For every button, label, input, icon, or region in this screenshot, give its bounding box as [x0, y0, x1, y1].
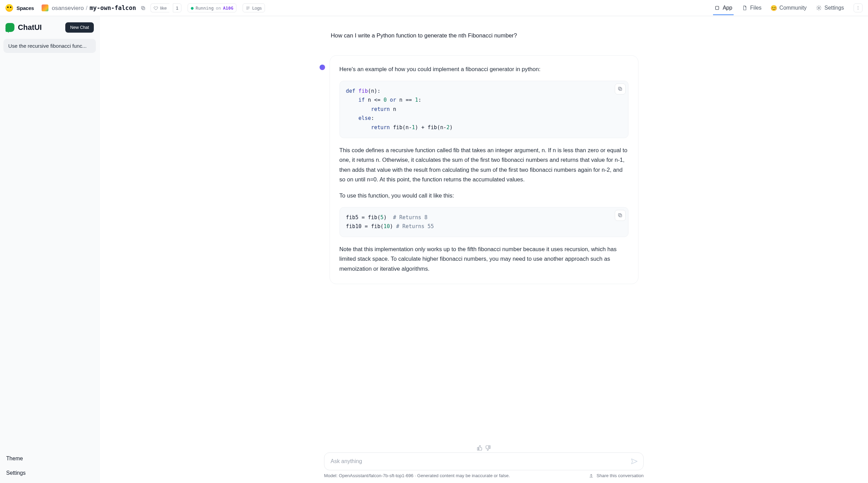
logs-icon — [246, 6, 250, 10]
tab-settings[interactable]: Settings — [816, 5, 844, 11]
composer-area: Model: OpenAssistant/falcon-7b-sft-top1-… — [100, 452, 868, 483]
share-label: Share this conversation — [597, 473, 644, 478]
token: n — [368, 97, 371, 103]
sidebar-settings-link[interactable]: Settings — [6, 470, 93, 476]
chat-bubble-icon — [5, 23, 14, 32]
tab-app-label: App — [723, 5, 732, 11]
token: ) — [383, 214, 393, 221]
token-number: 0 — [383, 97, 387, 103]
assistant-paragraph: To use this function, you would call it … — [340, 191, 628, 201]
token-number: 10 — [383, 223, 390, 229]
token: ) — [449, 124, 453, 131]
app-brand: ChatUI — [5, 23, 42, 32]
svg-rect-11 — [619, 87, 621, 90]
sidebar-header: ChatUI New Chat — [3, 20, 96, 37]
top-nav: Spaces osanseviero / my-own-falcon like … — [0, 0, 868, 16]
gear-icon — [816, 5, 822, 11]
token-keyword: if — [358, 97, 365, 103]
user-message: How can I write a Python function to gen… — [331, 31, 638, 40]
svg-point-9 — [858, 9, 858, 10]
send-button[interactable] — [628, 455, 641, 468]
community-icon: 😊 — [771, 5, 777, 11]
token-number: 1 — [412, 124, 415, 131]
nav-spaces-label[interactable]: Spaces — [16, 5, 34, 11]
token: fib5 = fib( — [346, 214, 381, 221]
feedback-row — [477, 445, 491, 451]
svg-rect-1 — [142, 6, 144, 9]
svg-rect-12 — [619, 214, 622, 217]
token-keyword: or — [390, 97, 396, 103]
code-block: def fib(n): if n <= 0 or n == 1: return … — [340, 81, 628, 138]
brand-label: ChatUI — [18, 23, 42, 32]
token: == — [405, 97, 412, 103]
repo-owner-link[interactable]: osanseviero — [52, 4, 84, 12]
token: fib(n- — [393, 124, 412, 131]
files-icon — [742, 5, 747, 11]
running-dot-icon: ● — [191, 5, 193, 11]
status-hardware-label: A10G — [223, 5, 233, 11]
assistant-message: Here's an example of how you could imple… — [330, 55, 638, 284]
token: ( — [368, 88, 371, 94]
token: <= — [374, 97, 380, 103]
code-block-wrapper: def fib(n): if n <= 0 or n == 1: return … — [340, 81, 628, 138]
tab-community-label: Community — [779, 5, 806, 11]
tab-app[interactable]: App — [714, 5, 732, 11]
new-chat-button[interactable]: New Chat — [65, 22, 94, 33]
copy-repo-name-button[interactable] — [140, 4, 147, 12]
token-number: 2 — [446, 124, 449, 131]
thumbs-up-icon — [477, 445, 483, 451]
theme-toggle[interactable]: Theme — [6, 456, 93, 462]
status-on-label: on — [216, 5, 221, 11]
logs-button[interactable]: Logs — [243, 3, 265, 12]
svg-rect-5 — [715, 6, 719, 9]
svg-rect-0 — [142, 7, 145, 10]
thumbs-up-button[interactable] — [477, 445, 483, 451]
svg-rect-10 — [619, 88, 622, 91]
app-shell: ChatUI New Chat Use the recursive fibona… — [0, 16, 868, 483]
model-disclaimer: Model: OpenAssistant/falcon-7b-sft-top1-… — [324, 473, 510, 478]
copy-icon — [617, 86, 623, 91]
status-running-label: Running — [196, 5, 214, 11]
sidebar-footer: Theme Settings — [3, 453, 96, 480]
main-chat-area: How can I write a Python function to gen… — [100, 16, 868, 483]
token-keyword: def — [346, 88, 355, 94]
repo-name-link[interactable]: my-own-falcon — [90, 4, 136, 11]
thumbs-down-icon — [485, 445, 491, 451]
token: n — [393, 106, 396, 112]
token: fib(n- — [427, 124, 446, 131]
send-icon — [631, 458, 638, 465]
top-nav-right: App Files 😊 Community Settings — [714, 3, 863, 12]
chat-scroll[interactable]: How can I write a Python function to gen… — [100, 16, 868, 448]
like-button[interactable]: like — [151, 3, 169, 12]
logs-label: Logs — [252, 5, 262, 11]
heart-icon — [154, 6, 158, 10]
token-function: fib — [358, 88, 368, 94]
repo-breadcrumb: osanseviero / my-own-falcon — [52, 4, 136, 12]
copy-code-button[interactable] — [615, 83, 626, 94]
tab-community[interactable]: 😊 Community — [771, 5, 806, 11]
token: : — [418, 97, 421, 103]
space-thumbnail-icon — [42, 4, 48, 11]
svg-point-7 — [858, 6, 858, 7]
more-menu-button[interactable] — [854, 3, 863, 12]
token-comment: # Returns 55 — [396, 223, 434, 229]
tab-settings-label: Settings — [824, 5, 844, 11]
composer — [324, 452, 644, 470]
tab-files[interactable]: Files — [742, 5, 761, 11]
chat-input[interactable] — [331, 458, 628, 464]
copy-code-button[interactable] — [615, 210, 626, 221]
assistant-paragraph: Note that this implementation only works… — [340, 245, 628, 274]
tab-files-label: Files — [750, 5, 761, 11]
history-item[interactable]: Use the recursive fibonacci func... — [3, 39, 96, 53]
share-icon — [589, 473, 594, 478]
share-conversation-button[interactable]: Share this conversation — [589, 473, 644, 478]
token-number: 1 — [415, 97, 418, 103]
svg-point-8 — [858, 8, 858, 8]
runtime-status-pill[interactable]: ● Running on A10G — [188, 3, 236, 12]
token: n — [399, 97, 402, 103]
copy-icon — [141, 5, 146, 11]
like-count: 1 — [173, 3, 181, 12]
thumbs-down-button[interactable] — [485, 445, 491, 451]
token-keyword: else — [358, 115, 371, 121]
token: n — [371, 88, 374, 94]
